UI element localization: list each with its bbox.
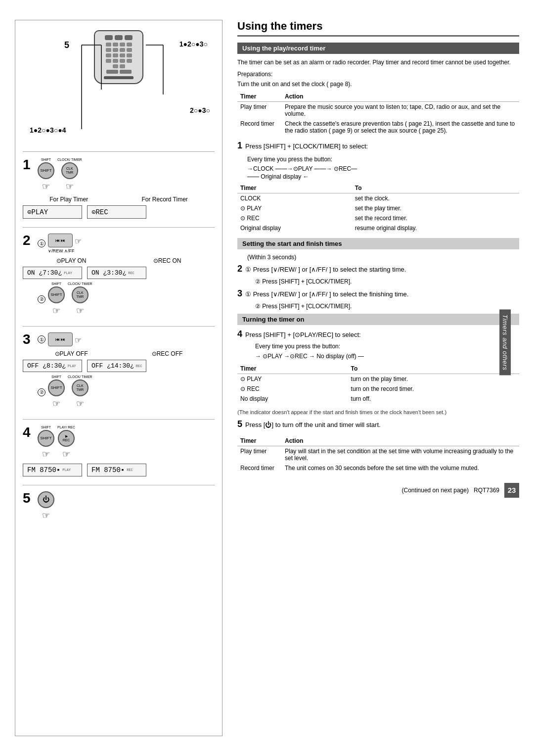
- table3-row1-to: turn on the play timer.: [348, 374, 519, 384]
- top-diagram: 4 5 1●2○●3○: [23, 30, 215, 144]
- table3-row3: No display turn off.: [237, 394, 519, 404]
- step4-instruction-row: 4 Press [SHIFT] + [⊙PLAY/REC] to select:…: [237, 329, 519, 363]
- table2-row2-to: set the play timer.: [352, 203, 519, 213]
- step3-instruction-number: 3: [237, 288, 242, 299]
- table1-col1-header: Timer: [237, 92, 282, 102]
- step2-sub2: ② SHIFT SHIFT ☞ CLOCK/ TIMER CLKTMR ☞: [38, 282, 92, 316]
- step3-instruction-row: 3 ① Press [∨/REW/ ] or [∧/FF/ ] to selec…: [237, 288, 519, 312]
- clock-timer-circle-2: CLKTMR: [72, 286, 89, 303]
- for-record-timer-label: For Record Timer: [141, 196, 187, 203]
- step5-number: 5: [23, 491, 33, 505]
- step4-instruction-content: Press [SHIFT] + [⊙PLAY/REC] to select: E…: [245, 330, 364, 363]
- subsection1-title: Using the play/record timer: [237, 43, 519, 54]
- table1-col2-header: Action: [282, 92, 519, 102]
- table4-col1-header: Timer: [237, 436, 282, 446]
- step2-instruction-row: 2 ① Press [∨/REW/ ] or [∧/FF/ ] to selec…: [237, 264, 519, 287]
- clock-timer-btn-3: CLOCK/ TIMER CLKTMR ☞: [68, 375, 92, 409]
- step5-instruction-row: 5 Press [⏻] to turn off the unit and tim…: [237, 419, 519, 433]
- table3-row3-to: turn off.: [348, 394, 519, 404]
- rec-off-display: OFF ¿14:30¿ REC: [87, 360, 146, 372]
- rec-off-label: ⊙REC OFF: [152, 350, 183, 357]
- table2-row1-to: set the clock.: [352, 193, 519, 204]
- table4-row1-action: Play will start in the set condition at …: [282, 446, 519, 463]
- table1-row2: Record timer Check the cassette's erasur…: [237, 119, 519, 136]
- table3-row1: ⊙ PLAY turn on the play timer.: [237, 374, 519, 384]
- label-mid: 2○●3○: [190, 106, 210, 114]
- power-btn-5: ⏻ ☞: [38, 491, 54, 521]
- within-label: (Within 3 seconds): [247, 253, 519, 262]
- play-off-label: ⊙PLAY OFF: [55, 350, 88, 357]
- table4-row2-action: The unit comes on 30 seconds before the …: [282, 463, 519, 473]
- page-number: 23: [504, 483, 519, 498]
- step1-sub-text: Every time you press the button:: [247, 155, 519, 164]
- step3-sub2-row: ② SHIFT SHIFT ☞ CLOCK/ TIMER CLKTMR ☞: [23, 375, 215, 409]
- table2-row2: ⊙ PLAY set the play timer.: [237, 203, 519, 213]
- table1-row1-action: Prepare the music source you want to lis…: [282, 102, 519, 119]
- play-on-label: ⊙PLAY ON: [56, 257, 87, 264]
- power-circle-5: ⏻: [38, 491, 54, 508]
- shift-circle-4: SHIFT: [38, 430, 54, 447]
- rec-on-label: ⊙REC ON: [153, 257, 181, 264]
- table3-col1-header: Timer: [237, 364, 348, 374]
- step3-displays: OFF ¿8:30¿ PLAY OFF ¿14:30¿ REC: [23, 360, 215, 372]
- table2-row4: Original display resume original display…: [237, 223, 519, 233]
- step1-section: 1 SHIFT SHIFT ☞ CLOCK/ TIMER CLKTMR: [23, 151, 215, 227]
- sub1-circle-3: ①: [38, 335, 45, 343]
- step4-buttons: SHIFT SHIFT ☞ PLAY/ REC ▶REC ☞: [38, 425, 75, 460]
- note1-text: (The indicator doesn't appear if the sta…: [237, 409, 519, 416]
- clock-timer-btn-1: CLOCK/ TIMER CLKTMR ☞: [57, 158, 82, 192]
- sub2-circle-3: ②: [38, 388, 45, 396]
- play-fm-display: FM 8750▪ PLAY: [23, 464, 82, 476]
- table1: Timer Action Play timer Prepare the musi…: [237, 92, 519, 136]
- step3-sub2: ② Press [SHIFT] + [CLOCK/TIMER].: [255, 302, 408, 311]
- step1-display-labels: For Play Timer For Record Timer: [23, 196, 215, 203]
- step2-number: 2: [23, 234, 33, 247]
- clock-timer-circle-3: CLKTMR: [72, 379, 89, 396]
- step2-sub2-buttons: SHIFT SHIFT ☞ CLOCK/ TIMER CLKTMR ☞: [48, 282, 92, 316]
- table3-row2-to: turn on the record timer.: [348, 384, 519, 394]
- play-off-display: OFF ¿8:30¿ PLAY: [23, 360, 82, 372]
- step1-instruction-number: 1: [237, 141, 242, 151]
- step4-instruction-number: 4: [237, 329, 242, 339]
- page-footer: (Continued on next page) RQT7369 23: [237, 478, 519, 498]
- step2-display-labels: ⊙PLAY ON ⊙REC ON: [23, 257, 215, 264]
- step1-number: 1: [23, 158, 33, 172]
- preparations-text: Turn the unit on and set the clock ( pag…: [237, 80, 519, 89]
- label-bottom: 1●2○●3○●4: [30, 126, 66, 134]
- step1-flow2: —— Original display ←: [247, 173, 519, 180]
- right-wrapper: Using the timers Using the play/record t…: [237, 20, 519, 736]
- step3-section: 3 ① ⏮ ⏭ ☞ ⊙PLAY OFF ⊙REC OFF OFF ¿8:30¿ …: [23, 326, 215, 419]
- step2-instruction-content: ① Press [∨/REW/ ] or [∧/FF/ ] to select …: [245, 265, 406, 287]
- rew-btn-3: ⏮ ⏭: [48, 332, 73, 346]
- table4-header-row: Timer Action: [237, 436, 519, 446]
- clock-timer-circle-1: CLKTMR: [61, 162, 78, 179]
- table3-col2-header: To: [348, 364, 519, 374]
- step1-instruction-row: 1 Press [SHIFT] + [CLOCK/TIMER] to selec…: [237, 141, 519, 154]
- table1-row1-timer: Play timer: [237, 102, 282, 119]
- sub1-circle: ①: [38, 239, 45, 247]
- step3-number: 3: [23, 332, 33, 346]
- step5-instruction-number: 5: [237, 419, 242, 429]
- shift-circle-3: SHIFT: [48, 379, 65, 396]
- play-on-display: ON ¿7:30¿ PLAY: [23, 267, 82, 279]
- table4-row1-timer: Play timer: [237, 446, 282, 463]
- rec-fm-display: FM 8750▪ REC: [87, 464, 146, 476]
- step4-flow: → ⊙PLAY →⊙REC → No display (off) —: [255, 353, 364, 360]
- intro-text: The timer can be set as an alarm or radi…: [237, 58, 519, 67]
- step2-sub1: ① ⏮ ⏭ ☞ ∨/REW ∧/FF: [38, 234, 82, 253]
- step2-header: 2 ① ⏮ ⏭ ☞ ∨/REW ∧/FF: [23, 234, 215, 253]
- label-5: 5: [64, 40, 69, 50]
- step3-sub1: ① Press [∨/REW/ ] or [∧/FF/ ] to select …: [245, 289, 408, 299]
- table2-row3: ⊙ REC set the record timer.: [237, 213, 519, 223]
- table2-row1: CLOCK set the clock.: [237, 193, 519, 204]
- rec-display-1: ⊙REC: [87, 205, 146, 219]
- table2-row3-to: set the record timer.: [352, 213, 519, 223]
- table2: Timer To CLOCK set the clock. ⊙ PLAY set…: [237, 183, 519, 233]
- step5-header: 5 ⏻ ☞: [23, 491, 215, 521]
- shift-circle-1: SHIFT: [38, 162, 54, 179]
- step5-text: Press [⏻] to turn off the unit and timer…: [245, 420, 381, 430]
- step3-sub2: ② SHIFT SHIFT ☞ CLOCK/ TIMER CLKTMR ☞: [38, 375, 92, 409]
- timers-side-label: Timers and others: [499, 309, 511, 375]
- table4-row2-timer: Record timer: [237, 463, 282, 473]
- step3-instruction-content: ① Press [∨/REW/ ] or [∧/FF/ ] to select …: [245, 289, 408, 312]
